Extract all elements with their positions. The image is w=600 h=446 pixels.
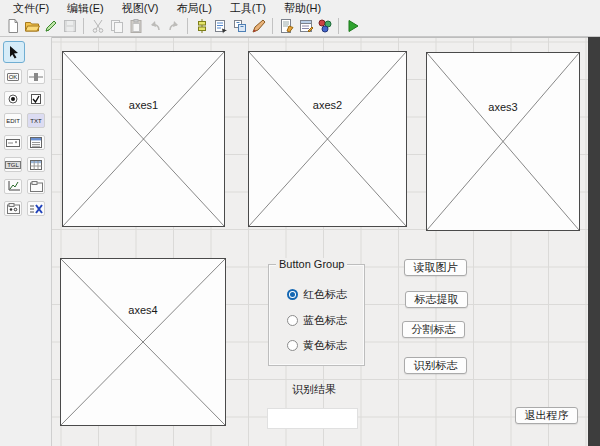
radio-button-tool[interactable] bbox=[4, 91, 22, 106]
menu-help[interactable]: 帮助(H) bbox=[275, 0, 330, 15]
align-objects-icon[interactable] bbox=[192, 16, 211, 35]
exit-program-button[interactable]: 退出程序 bbox=[515, 407, 578, 424]
radio-dot-icon bbox=[287, 340, 298, 351]
menu-file[interactable]: 文件(F) bbox=[4, 0, 58, 15]
toolbar-separator bbox=[187, 18, 188, 34]
radio-red-mark[interactable]: 红色标志 bbox=[287, 287, 347, 302]
property-inspector-icon[interactable] bbox=[296, 16, 315, 35]
result-label[interactable]: 识别结果 bbox=[292, 382, 336, 397]
panel-tool[interactable] bbox=[27, 179, 45, 194]
run-icon[interactable] bbox=[343, 16, 362, 35]
radio-dot-icon bbox=[287, 289, 298, 300]
color-button-group[interactable]: Button Group 红色标志 蓝色标志 黄色标志 bbox=[268, 264, 365, 366]
toggle-button-tool[interactable]: TGL bbox=[4, 157, 22, 172]
radio-dot-icon bbox=[287, 315, 298, 326]
slider-tool[interactable] bbox=[27, 69, 45, 84]
menu-editor-icon[interactable] bbox=[211, 16, 230, 35]
edit-pencil-icon[interactable] bbox=[41, 16, 60, 35]
radio-yellow-mark[interactable]: 黄色标志 bbox=[287, 338, 347, 353]
menu-bar: 文件(F) 编辑(E) 视图(V) 布局(L) 工具(T) 帮助(H) bbox=[0, 0, 600, 15]
toolbar bbox=[0, 15, 600, 37]
axes2-placeholder[interactable]: axes2 bbox=[248, 51, 407, 227]
menu-edit[interactable]: 编辑(E) bbox=[58, 0, 113, 15]
button-group-title: Button Group bbox=[276, 258, 347, 270]
axes1-label: axes1 bbox=[127, 99, 160, 111]
read-image-button[interactable]: 读取图片 bbox=[404, 259, 467, 276]
edit-text-tool[interactable]: EDIT bbox=[4, 113, 22, 128]
save-icon[interactable] bbox=[60, 16, 79, 35]
result-edit-box[interactable] bbox=[267, 408, 358, 429]
copy-icon[interactable] bbox=[107, 16, 126, 35]
radio-blue-mark[interactable]: 蓝色标志 bbox=[287, 313, 347, 328]
redo-icon[interactable] bbox=[164, 16, 183, 35]
axes2-label: axes2 bbox=[311, 99, 344, 111]
axes3-placeholder[interactable]: axes3 bbox=[426, 52, 580, 231]
toolbar-editor-icon[interactable] bbox=[249, 16, 268, 35]
push-button-tool[interactable]: OK bbox=[4, 69, 22, 84]
paste-icon[interactable] bbox=[126, 16, 145, 35]
tab-order-editor-icon[interactable] bbox=[230, 16, 249, 35]
guide-window: 文件(F) 编辑(E) 视图(V) 布局(L) 工具(T) 帮助(H) bbox=[0, 0, 600, 446]
checkbox-tool[interactable] bbox=[27, 91, 45, 106]
cut-icon[interactable] bbox=[88, 16, 107, 35]
toolbar-separator bbox=[83, 18, 84, 34]
undo-icon[interactable] bbox=[145, 16, 164, 35]
toolbar-separator bbox=[338, 18, 339, 34]
axes3-label: axes3 bbox=[486, 101, 519, 113]
menu-tools[interactable]: 工具(T) bbox=[221, 0, 275, 15]
new-file-icon[interactable] bbox=[3, 16, 22, 35]
recognize-mark-button[interactable]: 识别标志 bbox=[404, 357, 467, 374]
axes4-placeholder[interactable]: axes4 bbox=[60, 258, 226, 426]
static-text-tool[interactable]: TXT bbox=[27, 113, 45, 128]
object-browser-icon[interactable] bbox=[315, 16, 334, 35]
toolbar-separator bbox=[272, 18, 273, 34]
select-arrow-tool[interactable] bbox=[3, 41, 25, 63]
menu-view[interactable]: 视图(V) bbox=[113, 0, 168, 15]
mfile-editor-icon[interactable] bbox=[277, 16, 296, 35]
listbox-tool[interactable] bbox=[27, 135, 45, 150]
popup-menu-tool[interactable] bbox=[4, 135, 22, 150]
mark-extract-button[interactable]: 标志提取 bbox=[405, 291, 468, 308]
segment-mark-button[interactable]: 分割标志 bbox=[402, 321, 465, 338]
open-file-icon[interactable] bbox=[22, 16, 41, 35]
button-group-tool[interactable] bbox=[4, 201, 22, 216]
activex-control-tool[interactable] bbox=[27, 201, 45, 216]
axes1-placeholder[interactable]: axes1 bbox=[62, 51, 225, 227]
table-tool[interactable] bbox=[27, 157, 45, 172]
design-canvas[interactable]: axes1 axes2 axes3 axes4 Button Group 红色标… bbox=[52, 37, 588, 446]
figure-edge-band bbox=[588, 37, 600, 446]
axes4-label: axes4 bbox=[126, 304, 159, 316]
axes-tool[interactable] bbox=[4, 179, 22, 194]
component-palette: OK EDIT TXT TGL bbox=[0, 37, 52, 446]
menu-layout[interactable]: 布局(L) bbox=[167, 0, 220, 15]
